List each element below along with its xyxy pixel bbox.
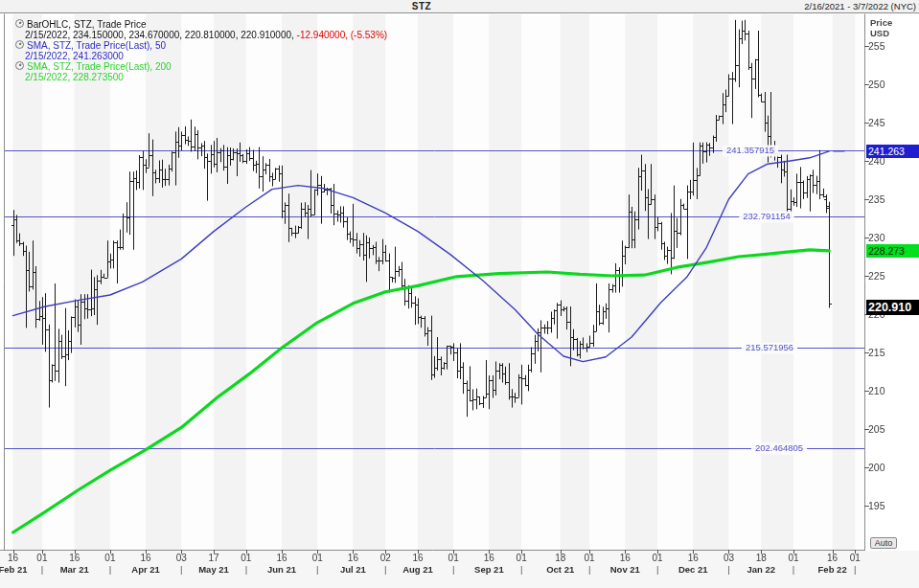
x-tick-month-label: Feb 22 [818,564,847,575]
x-tick-day: 01 [850,553,861,563]
x-tick-month-label: Oct 21 [546,564,574,575]
x-tick-month-divider: | [180,564,182,575]
x-tick-month-divider: | [452,564,454,575]
study-icon [15,40,24,49]
y-tick-label: 245 [868,117,885,128]
x-tick-month-label: Jul 21 [340,564,366,575]
legend: BarOHLC, STZ, Trade Price 2/15/2022, 234… [15,19,387,82]
x-tick-month-divider: | [588,564,590,575]
x-tick-day: 18 [555,553,565,563]
legend-sma200-value: 2/15/2022, 228.273500 [25,72,124,82]
x-tick-day: 16 [141,553,151,563]
y-tick-label: 210 [868,385,885,396]
price-badge-sma200: 228.273 [866,244,919,258]
x-tick-day: 18 [756,553,767,563]
y-tick-label: 250 [868,79,885,90]
x-tick-month-divider: | [384,564,386,575]
x-tick-month-divider: | [316,564,318,575]
x-tick-month-label: Nov 21 [610,564,640,575]
legend-row-sma200[interactable]: SMA, STZ, Trade Price(Last), 200 [15,61,387,72]
x-tick-day: 16 [620,553,631,563]
y-tick-label: 200 [868,462,885,473]
x-tick-month-divider: | [245,564,247,575]
x-tick-day: 16 [688,553,699,563]
x-tick-day: 01 [448,553,459,563]
x-tick-day: 03 [724,553,734,563]
x-tick-month-label: May 21 [198,564,229,575]
x-tick-day: 01 [517,553,527,563]
y-axis-title: Price USD [870,17,892,38]
x-tick-day: 01 [585,553,595,563]
x-tick-day: 16 [69,553,80,563]
x-tick-month-label: Apr 21 [131,564,160,575]
x-tick-month-label: Mar 21 [60,564,89,575]
legend-sma50-value: 2/15/2022, 241.263000 [25,51,124,61]
x-tick-month-divider: | [109,564,111,575]
x-tick-day: 16 [8,553,18,563]
x-tick-month-label: Aug 21 [402,564,433,575]
legend-ohlc-label: BarOHLC, STZ, Trade Price [27,19,146,30]
auto-scale-button[interactable]: Auto [870,537,897,549]
x-tick-month-label: Jan 22 [747,564,775,575]
x-tick-month-label: Sep 21 [474,564,504,575]
x-tick-day: 17 [208,553,218,563]
x-tick-month-divider: | [854,564,856,575]
legend-row-ohlc[interactable]: BarOHLC, STZ, Trade Price [15,19,387,30]
x-tick-month-label: Dec 21 [678,564,708,575]
legend-row-sma200-value: 2/15/2022, 228.273500 [15,72,387,82]
x-tick-day: 01 [789,553,799,563]
x-tick-month-divider: | [656,564,658,575]
x-tick-month-divider: | [793,564,794,575]
y-tick-label: 230 [868,232,885,243]
legend-row-sma50-value: 2/15/2022, 241.263000 [15,51,387,61]
legend-row-ohlc-values: 2/15/2022, 234.150000, 234.670000, 220.8… [15,30,387,40]
y-tick-label: 215 [868,347,885,358]
x-tick-day: 16 [827,553,838,563]
x-tick-month-divider: | [41,564,43,575]
study-icon [15,61,24,70]
legend-sma50-label: SMA, STZ, Trade Price(Last), 50 [27,40,166,51]
y-tick-label: 205 [868,423,885,435]
legend-row-sma50[interactable]: SMA, STZ, Trade Price(Last), 50 [15,40,387,51]
x-tick-day: 01 [241,553,251,563]
y-tick-label: 255 [868,40,885,52]
legend-ohlc-change: -12.940000, (-5.53%) [294,30,387,40]
y-tick-label: 195 [868,500,885,511]
y-tick-label: 235 [868,193,885,205]
x-tick-day: 01 [653,553,663,563]
date-range: 2/16/2021 - 3/7/2022 (NYC) [804,1,916,11]
x-tick-day: 01 [36,553,47,563]
legend-sma200-label: SMA, STZ, Trade Price(Last), 200 [27,61,172,72]
y-tick-label: 225 [868,270,885,282]
price-badge-sma50: 241.263 [866,145,919,158]
legend-ohlc-values: 2/15/2022, 234.150000, 234.670000, 220.8… [25,30,294,40]
x-tick-day: 16 [348,553,358,563]
symbol-title: STZ [0,1,843,11]
x-tick-day: 16 [276,553,287,563]
chart-window: BarOHLC, STZ, Trade Price 2/15/2022, 234… [0,0,919,588]
x-tick-day: 16 [484,553,494,563]
x-tick-month-divider: | [520,564,522,575]
x-tick-day: 03 [176,553,187,563]
x-tick-month-label: Jun 21 [267,564,296,575]
price-badge-last: 220.910 [866,300,919,315]
x-tick-day: 01 [312,553,323,563]
x-tick-day: 16 [412,553,423,563]
x-tick-month-label: Feb 21 [0,564,28,575]
x-tick-month-divider: | [727,564,729,575]
x-tick-day: 01 [104,553,115,563]
study-icon [15,19,24,28]
x-tick-day: 02 [380,553,391,563]
title-bar: STZ 2/16/2021 - 3/7/2022 (NYC) [0,0,919,13]
